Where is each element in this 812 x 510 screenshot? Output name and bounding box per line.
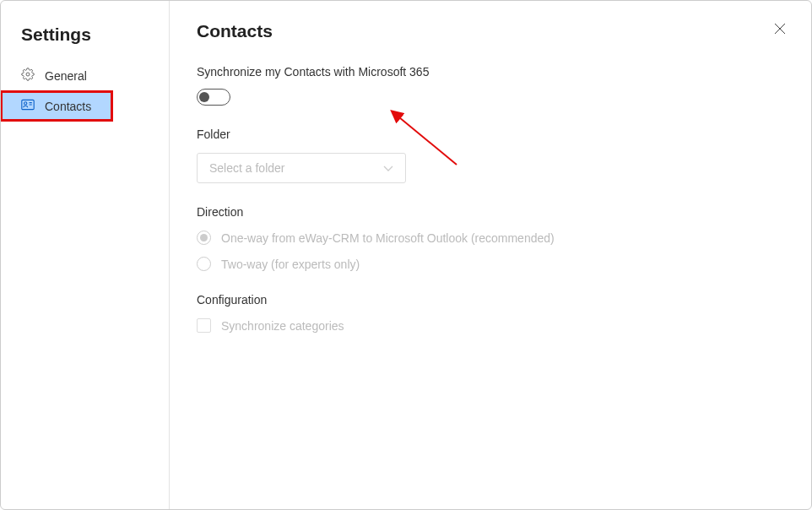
sidebar-item-general[interactable]: General — [1, 60, 169, 91]
sync-label: Synchronize my Contacts with Microsoft 3… — [197, 65, 784, 79]
sidebar-title: Settings — [1, 18, 169, 60]
svg-line-8 — [399, 117, 457, 165]
direction-option-oneway[interactable]: One-way from eWay-CRM to Microsoft Outlo… — [197, 231, 784, 245]
sidebar: Settings General Contacts — [1, 1, 170, 509]
radio-icon — [197, 231, 211, 245]
chevron-down-icon — [383, 161, 393, 175]
sidebar-item-label: General — [45, 69, 87, 83]
settings-window: Settings General Contacts — [0, 0, 812, 510]
contact-card-icon — [21, 99, 35, 113]
gear-icon — [21, 68, 35, 84]
toggle-knob — [199, 92, 209, 102]
radio-icon — [197, 257, 211, 271]
radio-label: One-way from eWay-CRM to Microsoft Outlo… — [221, 231, 555, 245]
folder-heading: Folder — [197, 128, 784, 141]
sync-toggle[interactable] — [197, 89, 230, 106]
checkbox-label: Synchronize categories — [221, 319, 344, 333]
checkbox-icon — [197, 318, 211, 333]
sidebar-item-label: Contacts — [45, 100, 91, 113]
configuration-heading: Configuration — [197, 293, 784, 307]
main-panel: Contacts Synchronize my Contacts with Mi… — [170, 1, 811, 509]
folder-placeholder: Select a folder — [209, 161, 285, 175]
page-title: Contacts — [197, 21, 784, 41]
folder-select[interactable]: Select a folder — [197, 153, 406, 183]
svg-point-2 — [24, 102, 27, 105]
direction-heading: Direction — [197, 205, 784, 219]
svg-point-0 — [26, 73, 30, 76]
direction-option-twoway[interactable]: Two-way (for experts only) — [197, 257, 784, 271]
svg-rect-1 — [22, 100, 34, 109]
config-option-sync-categories[interactable]: Synchronize categories — [197, 318, 784, 333]
close-button[interactable] — [774, 23, 786, 38]
sidebar-item-contacts[interactable]: Contacts — [1, 91, 112, 121]
radio-label: Two-way (for experts only) — [221, 258, 360, 271]
